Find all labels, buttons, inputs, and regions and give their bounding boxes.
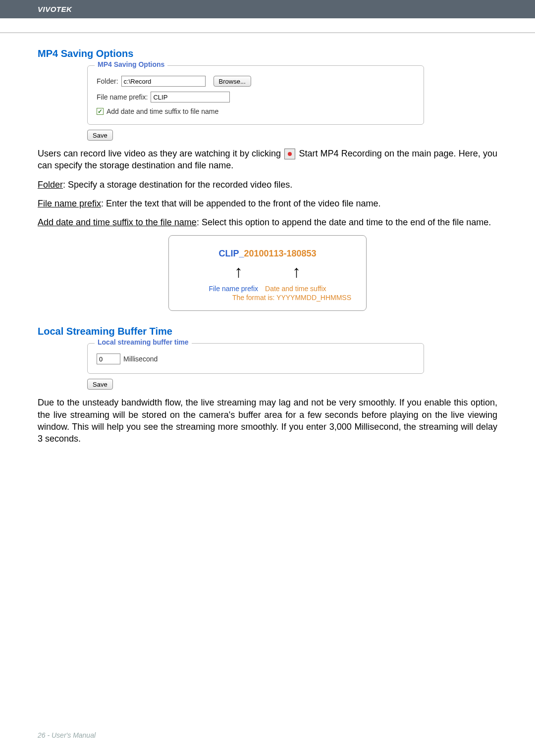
prefix-label: File name prefix:	[97, 93, 148, 101]
browse-button[interactable]: Browse...	[214, 76, 251, 87]
diagram-label-format: The format is: YYYYMMDD_HHMMSS	[184, 294, 351, 302]
buffer-input[interactable]	[97, 353, 120, 364]
page-content: MP4 Saving Options MP4 Saving Options Fo…	[0, 48, 535, 445]
prefix-input[interactable]	[151, 92, 230, 102]
diagram-title: CLIP_20100113-180853	[184, 249, 351, 259]
folder-label: Folder:	[97, 77, 118, 85]
header-bar: VIVOTEK	[0, 0, 535, 18]
buffer-save-wrap: Save	[87, 379, 497, 390]
prefix-row: File name prefix:	[97, 92, 415, 102]
footer: 26 - User's Manual	[38, 731, 96, 739]
filename-diagram: CLIP_20100113-180853 ↑ ↑ File name prefi…	[168, 235, 367, 311]
record-icon	[284, 149, 295, 159]
mp4-section-title: MP4 Saving Options	[38, 48, 497, 59]
mp4-desc-part1: Users can record live video as they are …	[38, 149, 281, 158]
diagram-arrows: ↑ ↑	[184, 263, 351, 280]
suffix-help: Add date and time suffix to the file nam…	[38, 216, 497, 228]
prefix-help-label: File name prefix	[38, 199, 101, 208]
mp4-desc: Users can record live video as they are …	[38, 148, 497, 172]
diagram-label-prefix: File name prefix	[209, 285, 258, 293]
mp4-panel-wrap: MP4 Saving Options Folder: Browse... Fil…	[87, 65, 424, 125]
folder-help: Folder: Specify a storage destination fo…	[38, 179, 497, 191]
folder-help-text: : Specify a storage destination for the …	[63, 180, 292, 190]
check-icon: ✓	[98, 108, 103, 114]
prefix-help: File name prefix: Enter the text that wi…	[38, 198, 497, 209]
mp4-panel-legend: MP4 Saving Options	[95, 60, 167, 68]
suffix-help-text: : Select this option to append the date …	[197, 217, 491, 227]
brand-label: VIVOTEK	[38, 5, 72, 13]
buffer-section-title: Local Streaming Buffer Time	[38, 326, 497, 337]
suffix-checkbox-label: Add date and time suffix to file name	[107, 107, 218, 115]
mp4-save-button[interactable]: Save	[87, 130, 113, 141]
suffix-checkbox[interactable]: ✓	[97, 108, 104, 115]
buffer-panel-legend: Local streaming buffer time	[95, 338, 192, 346]
arrow-up-icon: ↑	[292, 263, 301, 280]
buffer-save-button[interactable]: Save	[87, 379, 113, 390]
record-dot-icon	[288, 152, 292, 156]
buffer-panel-wrap: Local streaming buffer time Millisecond	[87, 343, 424, 374]
folder-row: Folder: Browse...	[97, 76, 415, 87]
footer-text: 26 - User's Manual	[38, 731, 96, 739]
buffer-desc: Due to the unsteady bandwidth flow, the …	[38, 397, 497, 445]
diagram-prefix-part: CLIP_	[218, 249, 244, 258]
diagram-labels: File name prefix Date and time suffix	[184, 285, 351, 293]
prefix-help-text: : Enter the text that will be appended t…	[101, 199, 380, 208]
arrow-up-icon: ↑	[234, 263, 243, 280]
header-divider	[0, 32, 535, 33]
folder-help-label: Folder	[38, 180, 63, 190]
suffix-row: ✓ Add date and time suffix to file name	[97, 107, 415, 115]
folder-input[interactable]	[121, 76, 206, 87]
diagram-label-suffix: Date and time suffix	[265, 285, 326, 293]
buffer-panel: Local streaming buffer time Millisecond	[87, 343, 424, 374]
diagram-date-part: 20100113-180853	[244, 249, 316, 258]
mp4-panel: MP4 Saving Options Folder: Browse... Fil…	[87, 65, 424, 125]
buffer-row: Millisecond	[97, 353, 415, 364]
mp4-save-wrap: Save	[87, 130, 497, 141]
buffer-unit-label: Millisecond	[123, 355, 158, 363]
suffix-help-label: Add date and time suffix to the file nam…	[38, 217, 197, 227]
